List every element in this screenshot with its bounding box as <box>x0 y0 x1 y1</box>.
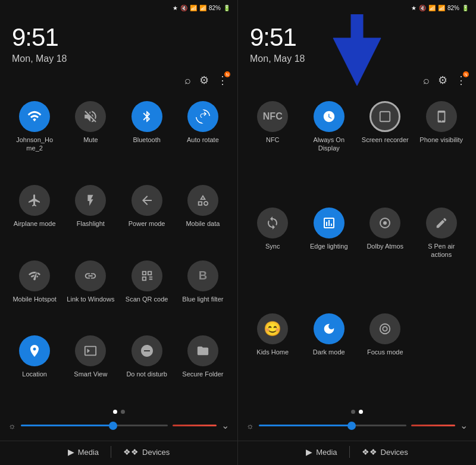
bluetooth-status-icon: ★ <box>173 5 178 11</box>
quick-tiles-left: Johnson_Ho me_2 Mute Bluetooth Auto rota… <box>0 92 237 405</box>
tile-screenrecorder[interactable]: Screen recorder <box>359 95 412 197</box>
slider-thumb-left <box>109 422 117 430</box>
devices-label-right: Devices <box>381 448 408 457</box>
tile-scanqr-label: Scan QR code <box>126 295 168 303</box>
brightness-slider-left[interactable] <box>21 425 168 426</box>
tile-darkmode-label: Dark mode <box>313 348 345 356</box>
chevron-down-icon-right[interactable]: ⌄ <box>460 420 468 431</box>
tile-autorotate[interactable]: Auto rotate <box>177 95 229 175</box>
tile-sync[interactable]: Sync <box>246 202 299 304</box>
quick-tiles-right: NFC NFC Always On Display Screen recorde… <box>238 92 476 405</box>
tile-focusmode-label: Focus mode <box>367 348 403 356</box>
wifi-status-icon: 📶 <box>190 5 197 11</box>
tile-location-label: Location <box>22 370 47 378</box>
tile-edgelighting[interactable]: Edge lighting <box>303 202 356 304</box>
media-button-right[interactable]: ▶ Media <box>294 445 349 459</box>
tile-airplane[interactable]: Airplane mode <box>8 179 61 251</box>
tile-powermode[interactable]: Power mode <box>121 179 173 251</box>
tile-phonevisibility-label: Phone visibility <box>419 136 463 144</box>
tile-darkmode[interactable]: Dark mode <box>303 307 356 401</box>
slider-thumb-right <box>347 422 356 430</box>
mute-status-icon-right: 🔇 <box>419 5 426 11</box>
tile-bluetooth-label: Bluetooth <box>133 136 160 144</box>
blue-arrow <box>321 14 393 92</box>
tile-flashlight[interactable]: Flashlight <box>64 179 117 251</box>
tile-smartview[interactable]: Smart View <box>64 329 117 401</box>
media-devices-bar-right: ▶ Media ❖❖ Devices <box>238 441 476 465</box>
tile-linkwindows[interactable]: Link to Windows <box>64 255 117 326</box>
chevron-down-icon-left[interactable]: ⌄ <box>221 420 229 431</box>
search-button-right[interactable]: ⌕ <box>423 74 430 87</box>
tile-securefolder-label: Secure Folder <box>182 370 223 378</box>
tile-powermode-label: Power mode <box>129 219 165 228</box>
more-button-left[interactable]: ⋮ N <box>217 74 228 87</box>
brightness-row-left: ☼ ⌄ <box>8 420 229 431</box>
nfc-icon: NFC <box>257 101 288 132</box>
flashlight-icon <box>75 185 106 216</box>
devices-button-left[interactable]: ❖❖ Devices <box>111 445 181 459</box>
tile-focusmode[interactable]: Focus mode <box>359 307 412 401</box>
tile-smartview-label: Smart View <box>74 370 107 378</box>
tile-hotspot[interactable]: Mobile Hotspot <box>8 255 61 326</box>
time-date-left: 9:51 Mon, May 18 <box>0 14 237 69</box>
tile-securefolder[interactable]: Secure Folder <box>177 329 229 401</box>
tile-nfc-label: NFC <box>266 136 280 144</box>
settings-button-right[interactable]: ⚙ <box>438 74 447 87</box>
time-left: 9:51 <box>12 24 226 51</box>
mute-icon <box>75 101 106 132</box>
status-bar-right: ★ 🔇 📶 📶 82% 🔋 <box>238 0 476 14</box>
wifi-status-icon-right: 📶 <box>428 5 436 11</box>
tile-kidshome[interactable]: 😊 Kids Home <box>246 307 299 401</box>
tile-linkwindows-label: Link to Windows <box>67 295 114 303</box>
brightness-low-icon-left: ☼ <box>8 421 16 431</box>
tile-autorotate-label: Auto rotate <box>187 136 219 144</box>
tile-scanqr[interactable]: Scan QR code <box>121 255 173 326</box>
location-icon <box>19 335 50 366</box>
media-devices-bar-left: ▶ Media ❖❖ Devices <box>0 441 237 465</box>
battery-text-right: 82% <box>447 5 459 11</box>
tile-bluetooth[interactable]: Bluetooth <box>121 95 173 175</box>
battery-text-left: 82% <box>209 5 221 11</box>
tile-mute[interactable]: Mute <box>64 95 117 175</box>
brightness-low-icon-right: ☼ <box>246 421 254 431</box>
smartview-icon <box>75 335 106 366</box>
notification-badge-left: N <box>224 71 230 77</box>
devices-label-left: Devices <box>142 448 170 457</box>
tile-dolby[interactable]: Dolby Atmos <box>359 202 412 304</box>
page-dots-left <box>8 410 229 414</box>
tile-phonevisibility[interactable]: Phone visibility <box>415 95 468 197</box>
settings-button-left[interactable]: ⚙ <box>199 74 209 87</box>
media-button-left[interactable]: ▶ Media <box>56 445 111 459</box>
phonevisibility-icon <box>426 101 457 132</box>
tile-dolby-label: Dolby Atmos <box>367 242 403 250</box>
page-dot-1-right <box>351 410 355 414</box>
brightness-slider-right[interactable] <box>259 425 406 426</box>
tile-spen[interactable]: S Pen air actions <box>415 202 468 304</box>
securefolder-icon <box>187 335 218 366</box>
more-button-right[interactable]: ⋮ N <box>456 74 466 87</box>
edgelighting-icon <box>314 208 345 238</box>
bluelight-icon: B <box>187 260 218 291</box>
tile-airplane-label: Airplane mode <box>14 219 56 228</box>
search-button-left[interactable]: ⌕ <box>184 74 191 87</box>
tile-alwayson[interactable]: Always On Display <box>303 95 356 197</box>
tile-donotdisturb[interactable]: Do not disturb <box>121 329 173 401</box>
notification-badge-right: N <box>463 71 469 77</box>
bottom-section-left: ☼ ⌄ <box>0 405 237 441</box>
tile-location[interactable]: Location <box>8 329 61 401</box>
page-dots-right <box>246 410 468 414</box>
tile-nfc[interactable]: NFC NFC <box>246 95 299 197</box>
bluetooth-icon <box>131 101 162 132</box>
page-dot-2-left <box>121 410 125 414</box>
left-screen: ★ 🔇 📶 📶 82% 🔋 9:51 Mon, May 18 ⌕ ⚙ ⋮ N <box>0 0 238 465</box>
status-icons-right: ★ 🔇 📶 📶 82% 🔋 <box>411 5 469 11</box>
airplane-icon <box>19 185 50 216</box>
tile-wifi[interactable]: Johnson_Ho me_2 <box>8 95 61 175</box>
devices-button-right[interactable]: ❖❖ Devices <box>350 445 420 459</box>
page-dot-1-left <box>113 410 117 414</box>
tile-bluelight[interactable]: B Blue light filter <box>177 255 229 326</box>
tile-mobiledata[interactable]: Mobile data <box>177 179 229 251</box>
linkwindows-icon <box>75 260 106 291</box>
svg-marker-0 <box>333 14 381 86</box>
status-bar-left: ★ 🔇 📶 📶 82% 🔋 <box>0 0 237 14</box>
